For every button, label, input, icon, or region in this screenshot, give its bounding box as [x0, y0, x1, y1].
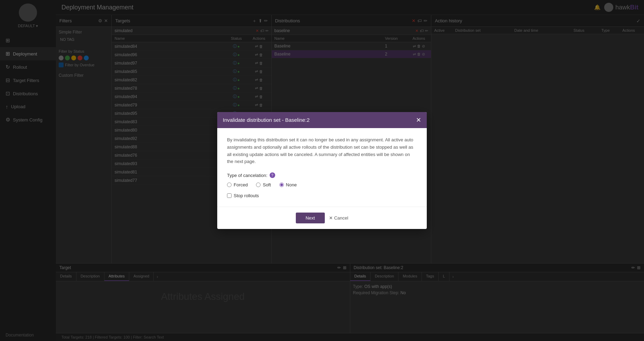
- stop-rollouts-checkbox-label[interactable]: Stop rollouts: [227, 193, 417, 198]
- radio-none-label: None: [286, 182, 297, 187]
- radio-forced-input[interactable]: [227, 183, 232, 187]
- radio-forced-label: Forced: [234, 182, 248, 187]
- radio-none-input[interactable]: [279, 183, 284, 187]
- modal-header: Invalidate distribution set - Baseline:2…: [217, 112, 427, 128]
- invalidate-modal: Invalidate distribution set - Baseline:2…: [217, 112, 427, 229]
- radio-soft[interactable]: Soft: [256, 182, 271, 187]
- modal-footer: Next ✕ Cancel: [217, 207, 427, 229]
- stop-rollouts-checkbox[interactable]: [227, 193, 232, 198]
- radio-none[interactable]: None: [279, 182, 297, 187]
- modal-body: By invalidating this distribution set it…: [217, 128, 427, 207]
- modal-description: By invalidating this distribution set it…: [227, 136, 417, 165]
- radio-forced[interactable]: Forced: [227, 182, 248, 187]
- radio-soft-input[interactable]: [256, 183, 261, 187]
- cancel-button[interactable]: ✕ Cancel: [329, 215, 348, 221]
- cancel-x-icon: ✕: [329, 215, 333, 221]
- modal-title: Invalidate distribution set - Baseline:2: [223, 117, 309, 123]
- cancelation-type-radio-group: Forced Soft None: [227, 182, 417, 187]
- radio-soft-label: Soft: [263, 182, 271, 187]
- stop-rollouts-label: Stop rollouts: [234, 193, 259, 198]
- modal-close-icon[interactable]: ✕: [416, 116, 421, 124]
- cancel-label: Cancel: [334, 215, 348, 221]
- next-button[interactable]: Next: [296, 213, 325, 223]
- cancelation-type-label: Type of cancelation: ?: [227, 172, 417, 178]
- modal-overlay: Invalidate distribution set - Baseline:2…: [0, 0, 644, 341]
- help-icon[interactable]: ?: [270, 172, 275, 178]
